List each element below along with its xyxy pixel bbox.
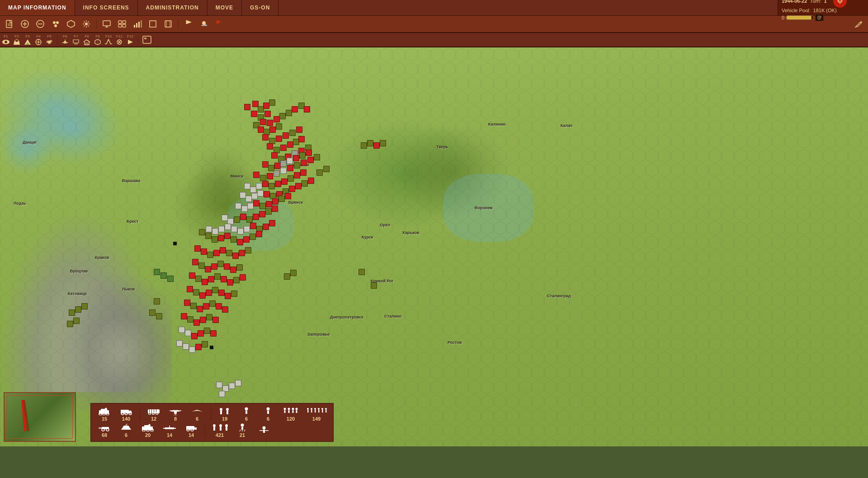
- unit-counter[interactable]: [380, 140, 386, 146]
- unit-counter[interactable]: [187, 316, 193, 323]
- unit-counter[interactable]: [316, 169, 323, 176]
- map-area[interactable]: Минск Варшава Краков Катовице Орёл Курск…: [0, 47, 868, 446]
- unit-counter[interactable]: [160, 272, 167, 279]
- unit-counter[interactable]: [286, 110, 292, 116]
- unit-counter[interactable]: [225, 224, 231, 230]
- unit-counter[interactable]: [189, 272, 195, 279]
- unit-counter[interactable]: [298, 136, 305, 142]
- fkey-f10[interactable]: F10: [104, 34, 113, 46]
- unit-counter[interactable]: [235, 203, 241, 209]
- unit-counter[interactable]: [219, 391, 225, 397]
- unit-counter[interactable]: [290, 270, 297, 276]
- unit-counter[interactable]: [259, 211, 265, 217]
- unit-counter[interactable]: [194, 245, 201, 252]
- unit-counter[interactable]: [271, 152, 278, 159]
- unit-counter[interactable]: [198, 330, 204, 337]
- toolbar-flag-button[interactable]: [182, 18, 195, 30]
- unit-counter[interactable]: [207, 252, 213, 258]
- unit-counter[interactable]: [205, 266, 211, 272]
- unit-counter[interactable]: [269, 220, 275, 226]
- unit-counter[interactable]: [236, 264, 243, 271]
- unit-counter[interactable]: [285, 193, 291, 199]
- toolbar-hex-button[interactable]: [64, 18, 78, 30]
- unit-counter[interactable]: [81, 303, 88, 309]
- unit-counter[interactable]: [232, 253, 239, 259]
- unit-counter[interactable]: [212, 287, 218, 293]
- fkey-f2[interactable]: F2: [13, 34, 21, 46]
- unit-counter[interactable]: [206, 314, 212, 320]
- minimap[interactable]: [4, 392, 76, 442]
- unit-counter[interactable]: [244, 104, 250, 110]
- unit-counter[interactable]: [206, 226, 212, 232]
- unit-counter[interactable]: [314, 154, 320, 160]
- unit-counter[interactable]: [211, 263, 217, 270]
- unit-counter[interactable]: [154, 269, 160, 275]
- unit-counter[interactable]: [272, 198, 278, 205]
- unit-counter[interactable]: [272, 206, 278, 212]
- unit-counter[interactable]: [267, 120, 273, 126]
- unit-counter[interactable]: [287, 141, 293, 148]
- unit-counter[interactable]: [256, 183, 262, 189]
- unit-counter[interactable]: [245, 247, 251, 253]
- unit-counter[interactable]: [287, 158, 293, 164]
- tab-administration[interactable]: ADMINISTRATION: [138, 0, 208, 15]
- unit-counter[interactable]: [67, 321, 73, 327]
- unit-counter[interactable]: [234, 216, 240, 223]
- unit-counter[interactable]: [371, 282, 377, 289]
- unit-counter[interactable]: [233, 277, 240, 283]
- tab-gs-on[interactable]: GS-on: [242, 0, 278, 15]
- unit-counter[interactable]: [263, 224, 269, 230]
- unit-counter[interactable]: [296, 127, 302, 133]
- unit-counter[interactable]: [212, 236, 218, 243]
- unit-counter[interactable]: [212, 228, 218, 234]
- unit-counter[interactable]: [201, 248, 207, 255]
- unit-counter[interactable]: [197, 306, 203, 312]
- unit-counter[interactable]: [183, 343, 189, 350]
- unit-counter[interactable]: [373, 142, 380, 149]
- unit-counter[interactable]: [214, 273, 221, 280]
- unit-counter[interactable]: [208, 276, 214, 282]
- unit-counter[interactable]: [276, 123, 282, 130]
- unit-counter[interactable]: [231, 291, 237, 297]
- unit-counter[interactable]: [224, 263, 230, 270]
- unit-counter[interactable]: [192, 259, 198, 265]
- unit-counter[interactable]: [195, 344, 202, 350]
- unit-counter[interactable]: [260, 175, 266, 181]
- unit-counter[interactable]: [184, 300, 190, 306]
- unit-counter[interactable]: [231, 226, 237, 232]
- unit-counter[interactable]: [279, 113, 286, 119]
- unit-counter[interactable]: [269, 127, 276, 133]
- unit-counter[interactable]: [250, 187, 256, 193]
- unit-counter[interactable]: [191, 333, 198, 339]
- unit-counter[interactable]: [167, 276, 174, 282]
- tab-move[interactable]: MOVE: [208, 0, 242, 15]
- unit-counter[interactable]: [292, 106, 298, 112]
- unit-counter[interactable]: [267, 143, 273, 150]
- unit-counter[interactable]: [295, 183, 302, 189]
- toolbar-chart-button[interactable]: [131, 18, 144, 30]
- unit-counter[interactable]: [218, 226, 225, 232]
- unit-counter[interactable]: [288, 175, 294, 182]
- unit-counter[interactable]: [218, 235, 224, 241]
- unit-counter[interactable]: [263, 103, 269, 109]
- unit-counter[interactable]: [189, 347, 195, 353]
- unit-counter[interactable]: [210, 330, 217, 337]
- unit-counter[interactable]: [227, 279, 233, 286]
- fkey-f3[interactable]: F3: [24, 34, 32, 46]
- unit-counter[interactable]: [262, 134, 269, 141]
- unit-counter[interactable]: [274, 170, 280, 177]
- unit-counter[interactable]: [193, 289, 199, 295]
- unit-counter[interactable]: [69, 309, 75, 316]
- unit-counter[interactable]: [217, 261, 224, 267]
- unit-counter[interactable]: [280, 160, 287, 167]
- unit-counter[interactable]: [231, 236, 237, 243]
- unit-counter[interactable]: [308, 178, 314, 184]
- unit-counter[interactable]: [306, 150, 312, 156]
- unit-counter[interactable]: [253, 214, 259, 220]
- unit-counter[interactable]: [278, 196, 285, 202]
- unit-counter[interactable]: [289, 186, 295, 192]
- fkey-f8[interactable]: F8: [83, 34, 91, 46]
- unit-counter[interactable]: [257, 190, 264, 197]
- unit-counter[interactable]: [193, 319, 200, 326]
- unit-counter[interactable]: [199, 292, 206, 299]
